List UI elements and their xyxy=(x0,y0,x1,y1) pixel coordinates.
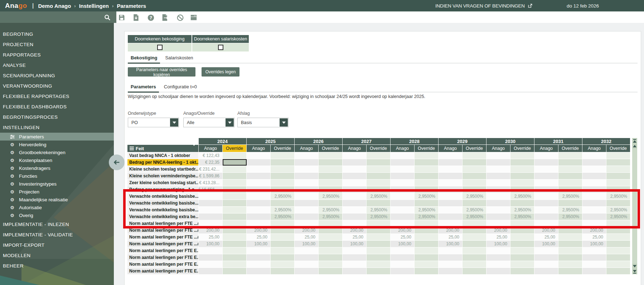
override-cell-2027[interactable] xyxy=(367,152,391,159)
override-cell-2032[interactable] xyxy=(606,166,630,172)
override-cell-2028[interactable] xyxy=(415,268,439,274)
override-cell-2026[interactable] xyxy=(319,247,343,254)
override-cell-2026[interactable]: 2,9500% xyxy=(319,213,343,220)
anago-cell-2028[interactable] xyxy=(391,261,415,267)
override-cell-2031[interactable] xyxy=(558,227,582,234)
override-cell-2025[interactable] xyxy=(271,261,295,267)
salariskosten-checkbox[interactable] xyxy=(218,45,223,50)
anago-cell-2025[interactable] xyxy=(247,254,271,261)
window-button[interactable] xyxy=(189,13,198,22)
anago-cell-2031[interactable] xyxy=(534,173,558,179)
anago-cell-2032[interactable] xyxy=(582,152,606,159)
anago-cell-2027[interactable]: 100,00 xyxy=(343,241,367,247)
sidebar-subitem-overig[interactable]: ⚙Overig xyxy=(0,211,114,219)
override-cell-2032[interactable] xyxy=(606,247,630,254)
override-cell-2031[interactable] xyxy=(558,254,582,261)
bekostiging-checkbox[interactable] xyxy=(157,45,163,50)
anago-cell-2027[interactable] xyxy=(343,220,367,227)
anago-cell-2029[interactable] xyxy=(439,261,463,267)
anago-cell-2026[interactable] xyxy=(295,220,319,227)
row-label[interactable]: Norm aantal leerlingen per FTE ...i xyxy=(127,241,199,247)
override-cell-2026[interactable] xyxy=(319,220,343,227)
override-cell-2030[interactable] xyxy=(510,186,534,193)
sidebar-collapse-button[interactable] xyxy=(109,154,125,170)
override-cell-2029[interactable]: 2,9500% xyxy=(463,207,486,213)
anago-cell-2030[interactable]: 100,00 xyxy=(486,241,510,247)
override-cell-2029[interactable]: 2,9500% xyxy=(463,193,486,200)
anago-cell-2024[interactable]: € 413.28... xyxy=(199,180,223,186)
sidebar-subitem-functies[interactable]: ⚙Functies xyxy=(0,172,114,180)
override-cell-2024[interactable] xyxy=(223,166,247,172)
anago-cell-2029[interactable] xyxy=(439,268,463,274)
override-cell-2029[interactable] xyxy=(463,268,486,274)
anago-cell-2025[interactable] xyxy=(247,166,271,172)
anago-cell-2031[interactable] xyxy=(534,152,558,159)
override-cell-2029[interactable] xyxy=(463,166,486,172)
anago-cell-2026[interactable] xyxy=(295,207,319,213)
anago-cell-2028[interactable] xyxy=(391,152,415,159)
override-cell-2027[interactable] xyxy=(367,200,391,206)
override-cell-2029[interactable] xyxy=(463,152,486,159)
anago-cell-2024[interactable] xyxy=(199,261,223,267)
row-label[interactable]: Norm aantal leerlingen per FTE E... xyxy=(127,268,199,274)
breadcrumb-item-page[interactable]: Parameters xyxy=(117,3,146,9)
anago-cell-2025[interactable] xyxy=(247,159,271,166)
override-cell-2029[interactable] xyxy=(463,159,486,166)
anago-cell-2030[interactable] xyxy=(486,152,510,159)
sidebar-item-import-export[interactable]: IMPORT-EXPORT xyxy=(0,240,114,250)
override-cell-2030[interactable] xyxy=(510,200,534,206)
override-cell-2025[interactable] xyxy=(271,227,295,234)
override-cell-2032[interactable] xyxy=(606,261,630,267)
sidebar-item-begroting[interactable]: BEGROTING xyxy=(0,29,114,39)
anago-cell-2024[interactable] xyxy=(199,254,223,261)
anago-cell-2032[interactable] xyxy=(582,213,606,220)
override-cell-2027[interactable] xyxy=(367,159,391,166)
override-cell-2028[interactable] xyxy=(415,234,439,240)
anago-cell-2027[interactable] xyxy=(343,152,367,159)
override-cell-2025[interactable]: 2,9500% xyxy=(271,193,295,200)
scroll-to-bottom-button[interactable] xyxy=(632,269,637,274)
anago-cell-2026[interactable] xyxy=(295,200,319,206)
override-cell-2025[interactable] xyxy=(271,152,295,159)
override-cell-2027[interactable] xyxy=(367,268,391,274)
anago-cell-2026[interactable] xyxy=(295,254,319,261)
anago-cell-2026[interactable] xyxy=(295,213,319,220)
block-button[interactable] xyxy=(176,13,184,22)
anago-cell-2031[interactable]: 100,00 xyxy=(534,241,558,247)
anago-cell-2025[interactable] xyxy=(247,186,271,193)
override-cell-2026[interactable] xyxy=(319,166,343,172)
anago-cell-2032[interactable]: 25,00 xyxy=(582,234,606,240)
anago-cell-2029[interactable] xyxy=(439,220,463,227)
anago-cell-2030[interactable] xyxy=(486,166,510,172)
anago-cell-2025[interactable]: 200,00 xyxy=(247,227,271,234)
override-cell-2026[interactable] xyxy=(319,200,343,206)
anago-cell-2027[interactable] xyxy=(343,180,367,186)
override-cell-2024[interactable] xyxy=(223,220,247,227)
anago-cell-2032[interactable] xyxy=(582,186,606,193)
anago-cell-2029[interactable] xyxy=(439,213,463,220)
anago-cell-2024[interactable]: 100,00 xyxy=(199,241,223,247)
anago-cell-2032[interactable] xyxy=(582,254,606,261)
anago-cell-2031[interactable] xyxy=(534,207,558,213)
anago-cell-2031[interactable] xyxy=(534,261,558,267)
tab-parameters[interactable]: Parameters xyxy=(128,83,159,93)
override-cell-2028[interactable] xyxy=(415,180,439,186)
anago-cell-2024[interactable]: € 1.599,86 xyxy=(199,173,223,179)
sidebar-item-analyse[interactable]: ANALYSE xyxy=(0,60,114,70)
override-cell-2031[interactable] xyxy=(558,261,582,267)
afslag-select[interactable]: Basis xyxy=(237,118,289,127)
anago-cell-2027[interactable] xyxy=(343,193,367,200)
override-cell-2031[interactable]: 2,9500% xyxy=(558,207,582,213)
override-cell-2026[interactable] xyxy=(319,254,343,261)
anago-cell-2025[interactable]: 25,00 xyxy=(247,234,271,240)
override-cell-2026[interactable] xyxy=(319,159,343,166)
sidebar-item-flexibele-dashboards[interactable]: FLEXIBELE DASHBOARDS xyxy=(0,102,114,112)
anago-cell-2027[interactable] xyxy=(343,254,367,261)
anago-cell-2027[interactable] xyxy=(343,207,367,213)
override-cell-2027[interactable]: 2,9500% xyxy=(367,193,391,200)
anago-cell-2025[interactable] xyxy=(247,268,271,274)
override-cell-2025[interactable] xyxy=(271,220,295,227)
anago-cell-2027[interactable] xyxy=(343,159,367,166)
anago-cell-2025[interactable] xyxy=(247,200,271,206)
override-cell-2026[interactable] xyxy=(319,173,343,179)
